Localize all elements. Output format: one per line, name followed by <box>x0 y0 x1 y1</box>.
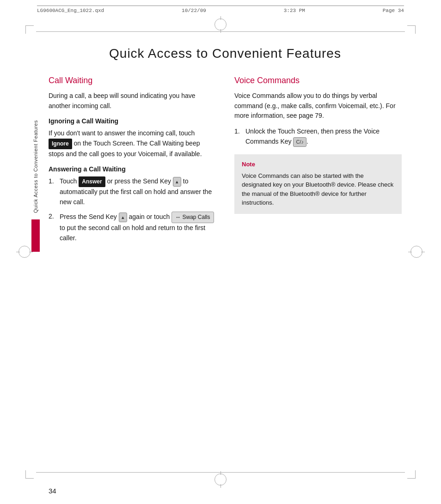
answer-button: Answer <box>79 176 105 187</box>
step2-content: Press the Send Key ▴ again or touch ↔ Sw… <box>60 212 216 243</box>
voice-step-1: 1. Unlock the Touch Screen, then press t… <box>234 127 402 147</box>
answer-step-1: 1. Touch Answer or press the Send Key ▴ … <box>49 176 216 207</box>
answering-title: Answering a Call Waiting <box>49 165 216 173</box>
voice-step1-text-2: . <box>306 138 308 145</box>
voice-step1-num: 1. <box>234 127 243 147</box>
sidebar-accent-bar <box>31 219 40 252</box>
note-text: Voice Commands can also be started with … <box>242 171 394 207</box>
corner-mark-bl <box>25 470 34 479</box>
voice-commands-intro: Voice Commands allow you to do things by… <box>234 91 402 121</box>
ignoring-title: Ignoring a Call Waiting <box>49 117 216 125</box>
top-divider <box>36 31 405 32</box>
step1-num: 1. <box>49 176 57 207</box>
right-column: Voice Commands Voice Commands allow you … <box>234 76 402 248</box>
voice-step1-content: Unlock the Touch Screen, then press the … <box>245 127 402 147</box>
step2-text-1: Press the Send Key <box>60 213 119 220</box>
sidebar-text: Quick Access to Convenient Features <box>33 120 38 213</box>
bottom-divider <box>36 472 405 473</box>
header-page: Page 34 <box>383 8 404 13</box>
sidebar: Quick Access to Convenient Features <box>31 120 40 252</box>
step2-num: 2. <box>49 212 57 243</box>
crosshair-left-mark <box>18 246 31 258</box>
ignore-button: Ignore <box>49 139 72 149</box>
voice-commands-title: Voice Commands <box>234 76 402 85</box>
call-waiting-title: Call Waiting <box>49 76 216 85</box>
header-bar: LG9600ACG_Eng_1022.qxd 10/22/09 3:23 PM … <box>37 6 404 13</box>
ignoring-text: If you don't want to answer the incoming… <box>49 128 216 159</box>
note-box: Note Voice Commands can also be started … <box>234 154 402 214</box>
header-time: 3:23 PM <box>284 8 305 13</box>
step1-text-1: Touch <box>60 177 79 185</box>
crosshair-right-mark <box>410 246 423 258</box>
answer-step-2: 2. Press the Send Key ▴ again or touch ↔… <box>49 212 216 243</box>
main-content: Quick Access to Convenient Features Call… <box>49 46 402 467</box>
header-filename: LG9600ACG_Eng_1022.qxd <box>37 8 104 13</box>
note-title: Note <box>242 161 394 168</box>
header-date: 10/22/09 <box>182 8 206 13</box>
ignoring-text-1: If you don't want to answer the incoming… <box>49 129 195 137</box>
step2-text-2: again or touch <box>129 213 172 220</box>
corner-mark-br <box>407 470 416 479</box>
two-column-layout: Call Waiting During a call, a beep will … <box>49 76 402 248</box>
step1-text-2: or press the Send Key <box>105 177 173 185</box>
call-waiting-intro: During a call, a beep will sound indicat… <box>49 91 216 111</box>
step1-content: Touch Answer or press the Send Key ▴ to … <box>60 176 216 207</box>
corner-mark-tr <box>407 25 416 34</box>
corner-mark-tl <box>25 25 34 34</box>
page-number: 34 <box>49 487 56 495</box>
step2-text-3: to put the second call on hold and retur… <box>60 224 205 242</box>
swap-calls-button: ↔ Swap Calls <box>172 212 214 223</box>
voice-step1-text-1: Unlock the Touch Screen, then press the … <box>245 128 380 145</box>
left-column: Call Waiting During a call, a beep will … <box>49 76 216 248</box>
page-title: Quick Access to Convenient Features <box>49 46 402 61</box>
send-key-icon-1: ▴ <box>173 177 181 187</box>
crosshair-bottom-mark <box>214 474 227 486</box>
voice-key-icon: C/♪ <box>293 137 306 147</box>
crosshair-top-mark <box>214 18 227 30</box>
send-key-icon-2: ▴ <box>119 213 127 222</box>
